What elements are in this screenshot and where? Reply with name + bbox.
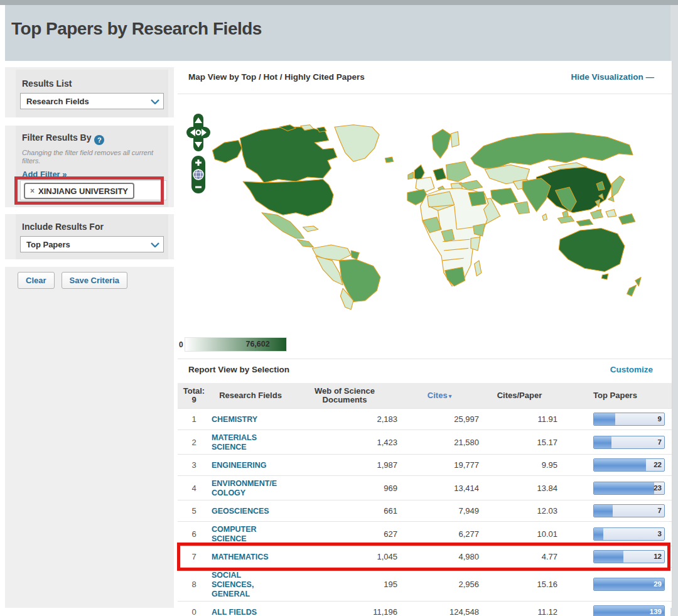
divider — [178, 94, 672, 94]
report-view-title: Report View by Selection — [188, 365, 289, 374]
filter-section: Filter Results By? Changing the filter f… — [16, 126, 168, 207]
row-documents: 969 — [291, 484, 399, 493]
top-papers-bar: 7 — [593, 504, 665, 517]
row-cites-per-paper: 4.77 — [480, 552, 559, 561]
results-list-select[interactable]: Research Fields — [20, 93, 164, 109]
row-cites: 4,980 — [399, 552, 480, 561]
browser-top-strip — [0, 0, 678, 5]
top-papers-bar: 7 — [593, 436, 665, 449]
help-icon[interactable]: ? — [94, 135, 104, 145]
research-field-link[interactable]: COMPUTER SCIENCE — [212, 525, 257, 543]
column-header-documents[interactable]: Web of Science Documents — [310, 387, 379, 404]
research-field-link[interactable]: GEOSCIENCES — [212, 507, 269, 516]
row-documents: 195 — [291, 580, 399, 589]
row-cites: 2,956 — [399, 580, 480, 589]
filter-input-box[interactable]: × XINJIANG UNIVERSITY — [20, 180, 167, 200]
table-row[interactable]: 1 CHEMISTRY 2,183 25,997 11.91 9 — [178, 408, 672, 430]
row-documents: 11,196 — [291, 607, 399, 616]
row-cites-per-paper: 10.01 — [480, 529, 559, 539]
top-papers-bar: 9 — [593, 413, 665, 426]
table-row[interactable]: 4 ENVIRONMENT/E COLOGY 969 13,414 13.84 … — [178, 475, 672, 500]
research-field-link[interactable]: ENGINEERING — [212, 461, 267, 470]
top-papers-bar-fill — [594, 505, 613, 517]
sidebar: Results List Research Fields Filter Resu… — [5, 67, 174, 608]
main-panel: Map View by Top / Hot / Highly Cited Pap… — [178, 61, 672, 608]
filter-tag-label: XINJIANG UNIVERSITY — [38, 186, 128, 196]
row-cites: 124,548 — [399, 607, 480, 616]
results-list-label: Results List — [22, 78, 168, 89]
top-papers-bar-value: 139 — [650, 608, 662, 615]
row-cites-per-paper: 12.03 — [480, 506, 559, 516]
row-cites: 19,777 — [399, 460, 480, 470]
top-papers-bar: 29 — [593, 578, 665, 591]
legend-max-label: 76,602 — [245, 340, 269, 349]
section-gap — [5, 117, 174, 126]
include-results-value: Top Papers — [26, 240, 70, 249]
filter-label: Filter Results By — [22, 132, 91, 143]
top-papers-bar-value: 12 — [654, 553, 662, 560]
top-papers-bar-fill — [594, 413, 615, 425]
column-header-cites-paper[interactable]: Cites/Paper — [480, 391, 559, 400]
table-row[interactable]: 7 MATHEMATICS 1,045 4,980 4.77 12 — [178, 546, 672, 567]
row-cites-per-paper: 15.16 — [480, 580, 559, 589]
row-rank: 6 — [178, 529, 210, 539]
section-gap — [5, 207, 174, 214]
table-row[interactable]: 6 COMPUTER SCIENCE 627 6,277 10.01 3 — [178, 521, 672, 546]
map-legend: 0 76,602 — [179, 337, 287, 352]
column-header-research-fields[interactable]: Research Fields — [210, 391, 291, 400]
clear-button[interactable]: Clear — [18, 272, 55, 289]
hide-visualization-link[interactable]: Hide Visualization — — [571, 72, 654, 82]
row-cites: 6,277 — [399, 529, 480, 539]
top-papers-bar-value: 23 — [654, 484, 662, 492]
row-cites: 13,414 — [399, 484, 480, 493]
top-papers-bar-fill — [594, 528, 603, 540]
row-rank: 4 — [178, 484, 210, 493]
chevron-down-icon — [151, 239, 159, 250]
map-pan-control[interactable] — [186, 113, 211, 152]
table-row[interactable]: 3 ENGINEERING 1,987 19,777 9.95 22 — [178, 454, 672, 475]
row-rank: 7 — [178, 552, 210, 561]
table-row[interactable]: 5 GEOSCIENCES 661 7,949 12.03 7 — [178, 500, 672, 521]
top-papers-bar-value: 22 — [654, 461, 662, 468]
top-papers-bar-value: 29 — [654, 580, 662, 588]
research-field-link[interactable]: SOCIAL SCIENCES, GENERAL — [212, 571, 254, 598]
research-field-link[interactable]: ENVIRONMENT/E COLOGY — [212, 479, 277, 497]
remove-filter-icon[interactable]: × — [30, 186, 35, 195]
include-results-label: Include Results For — [22, 222, 168, 232]
research-field-link[interactable]: MATHEMATICS — [212, 553, 269, 561]
customize-link[interactable]: Customize — [610, 365, 653, 374]
column-header-cites[interactable]: Cites▾ — [399, 391, 480, 401]
row-documents: 2,183 — [291, 414, 399, 424]
table-row[interactable]: 0 ALL FIELDS 11,196 124,548 11.12 139 — [178, 601, 672, 616]
add-filter-link[interactable]: Add Filter » — [22, 170, 67, 179]
row-rank: 3 — [178, 460, 210, 470]
column-header-top-papers[interactable]: Top Papers — [559, 391, 672, 400]
top-papers-bar-value: 3 — [658, 530, 662, 538]
world-map[interactable] — [208, 124, 642, 318]
row-rank: 8 — [178, 580, 210, 589]
filter-note: Changing the filter field removes all cu… — [22, 149, 161, 165]
row-documents: 1,987 — [291, 460, 399, 470]
save-criteria-button[interactable]: Save Criteria — [62, 272, 128, 289]
table-row[interactable]: 8 SOCIAL SCIENCES, GENERAL 195 2,956 15.… — [178, 567, 672, 601]
research-field-link[interactable]: MATERIALS SCIENCE — [212, 433, 257, 451]
top-papers-bar: 3 — [593, 527, 665, 541]
results-list-section: Results List Research Fields — [16, 70, 168, 117]
research-field-link[interactable]: CHEMISTRY — [212, 415, 257, 424]
row-rank: 0 — [178, 607, 210, 616]
row-documents: 1,423 — [291, 438, 399, 447]
table-row[interactable]: 2 MATERIALS SCIENCE 1,423 21,580 15.17 7 — [178, 430, 672, 454]
include-results-select[interactable]: Top Papers — [20, 236, 164, 252]
research-field-link[interactable]: ALL FIELDS — [212, 608, 257, 616]
row-rank: 5 — [178, 506, 210, 516]
results-list-value: Research Fields — [26, 97, 89, 106]
row-documents: 661 — [291, 506, 399, 516]
row-cites: 21,580 — [399, 438, 480, 447]
map-zoom-control[interactable] — [191, 155, 206, 194]
legend-gradient-bar: 76,602 — [185, 337, 287, 352]
row-cites-per-paper: 9.95 — [480, 460, 559, 470]
table-header: Total:9 Research Fields Web of Science D… — [178, 383, 672, 409]
top-papers-bar-value: 7 — [658, 438, 662, 446]
section-gap — [5, 259, 174, 267]
top-papers-bar-fill — [594, 459, 646, 471]
